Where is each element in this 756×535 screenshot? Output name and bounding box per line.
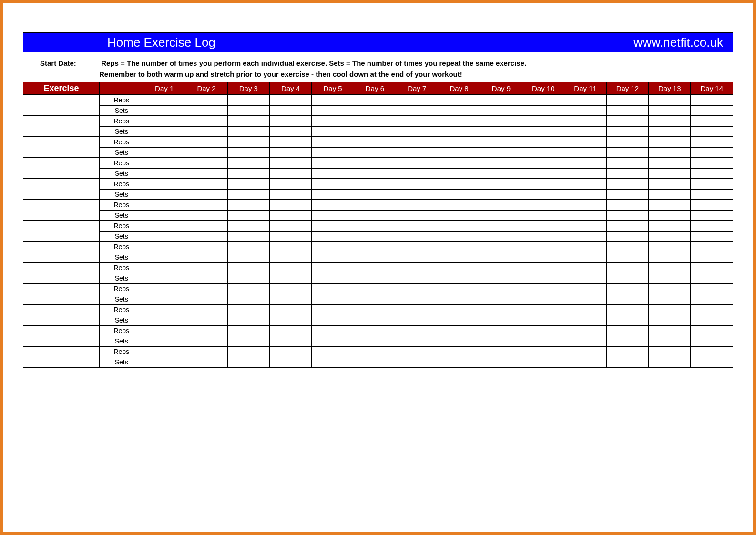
sets-cell[interactable] <box>606 168 648 179</box>
sets-cell[interactable] <box>564 189 606 200</box>
sets-cell[interactable] <box>522 126 564 137</box>
sets-cell[interactable] <box>564 252 606 262</box>
sets-cell[interactable] <box>143 105 185 116</box>
sets-cell[interactable] <box>691 147 733 158</box>
sets-cell[interactable] <box>564 357 606 367</box>
sets-cell[interactable] <box>143 315 185 325</box>
sets-cell[interactable] <box>480 315 522 325</box>
reps-cell[interactable] <box>185 158 227 168</box>
sets-cell[interactable] <box>691 126 733 137</box>
reps-cell[interactable] <box>649 346 691 357</box>
reps-cell[interactable] <box>606 346 648 357</box>
sets-cell[interactable] <box>606 357 648 367</box>
reps-cell[interactable] <box>522 200 564 210</box>
sets-cell[interactable] <box>270 336 312 346</box>
sets-cell[interactable] <box>396 210 438 221</box>
sets-cell[interactable] <box>396 147 438 158</box>
sets-cell[interactable] <box>312 231 354 242</box>
reps-cell[interactable] <box>227 283 269 294</box>
sets-cell[interactable] <box>354 126 396 137</box>
sets-cell[interactable] <box>185 105 227 116</box>
reps-cell[interactable] <box>480 221 522 231</box>
sets-cell[interactable] <box>480 147 522 158</box>
exercise-name-cell[interactable] <box>23 179 100 200</box>
sets-cell[interactable] <box>227 105 269 116</box>
reps-cell[interactable] <box>438 262 480 273</box>
sets-cell[interactable] <box>396 168 438 179</box>
reps-cell[interactable] <box>143 242 185 252</box>
reps-cell[interactable] <box>227 325 269 336</box>
reps-cell[interactable] <box>354 200 396 210</box>
sets-cell[interactable] <box>438 273 480 283</box>
sets-cell[interactable] <box>480 126 522 137</box>
reps-cell[interactable] <box>270 242 312 252</box>
reps-cell[interactable] <box>227 158 269 168</box>
sets-cell[interactable] <box>649 357 691 367</box>
reps-cell[interactable] <box>312 179 354 189</box>
reps-cell[interactable] <box>606 221 648 231</box>
reps-cell[interactable] <box>143 325 185 336</box>
reps-cell[interactable] <box>649 158 691 168</box>
sets-cell[interactable] <box>480 336 522 346</box>
sets-cell[interactable] <box>227 252 269 262</box>
reps-cell[interactable] <box>396 346 438 357</box>
reps-cell[interactable] <box>185 200 227 210</box>
reps-cell[interactable] <box>143 221 185 231</box>
sets-cell[interactable] <box>564 315 606 325</box>
sets-cell[interactable] <box>522 105 564 116</box>
sets-cell[interactable] <box>354 105 396 116</box>
sets-cell[interactable] <box>185 294 227 304</box>
sets-cell[interactable] <box>438 168 480 179</box>
sets-cell[interactable] <box>354 273 396 283</box>
reps-cell[interactable] <box>185 242 227 252</box>
reps-cell[interactable] <box>354 116 396 126</box>
sets-cell[interactable] <box>438 336 480 346</box>
exercise-name-cell[interactable] <box>23 221 100 242</box>
reps-cell[interactable] <box>691 346 733 357</box>
sets-cell[interactable] <box>270 231 312 242</box>
reps-cell[interactable] <box>312 262 354 273</box>
sets-cell[interactable] <box>480 294 522 304</box>
sets-cell[interactable] <box>396 105 438 116</box>
sets-cell[interactable] <box>227 189 269 200</box>
reps-cell[interactable] <box>312 158 354 168</box>
sets-cell[interactable] <box>227 168 269 179</box>
sets-cell[interactable] <box>312 189 354 200</box>
sets-cell[interactable] <box>480 189 522 200</box>
sets-cell[interactable] <box>691 357 733 367</box>
sets-cell[interactable] <box>691 273 733 283</box>
sets-cell[interactable] <box>480 168 522 179</box>
reps-cell[interactable] <box>606 137 648 147</box>
sets-cell[interactable] <box>396 126 438 137</box>
sets-cell[interactable] <box>227 315 269 325</box>
reps-cell[interactable] <box>396 325 438 336</box>
reps-cell[interactable] <box>396 242 438 252</box>
sets-cell[interactable] <box>649 105 691 116</box>
reps-cell[interactable] <box>649 95 691 105</box>
sets-cell[interactable] <box>312 210 354 221</box>
sets-cell[interactable] <box>185 273 227 283</box>
sets-cell[interactable] <box>354 147 396 158</box>
sets-cell[interactable] <box>564 273 606 283</box>
sets-cell[interactable] <box>312 252 354 262</box>
reps-cell[interactable] <box>691 116 733 126</box>
sets-cell[interactable] <box>270 168 312 179</box>
sets-cell[interactable] <box>649 126 691 137</box>
sets-cell[interactable] <box>480 357 522 367</box>
reps-cell[interactable] <box>270 200 312 210</box>
reps-cell[interactable] <box>438 200 480 210</box>
reps-cell[interactable] <box>143 179 185 189</box>
sets-cell[interactable] <box>438 315 480 325</box>
sets-cell[interactable] <box>480 210 522 221</box>
reps-cell[interactable] <box>564 137 606 147</box>
sets-cell[interactable] <box>270 273 312 283</box>
reps-cell[interactable] <box>564 304 606 315</box>
reps-cell[interactable] <box>227 262 269 273</box>
reps-cell[interactable] <box>649 325 691 336</box>
reps-cell[interactable] <box>480 283 522 294</box>
reps-cell[interactable] <box>606 325 648 336</box>
sets-cell[interactable] <box>606 294 648 304</box>
reps-cell[interactable] <box>438 137 480 147</box>
sets-cell[interactable] <box>438 210 480 221</box>
reps-cell[interactable] <box>480 325 522 336</box>
